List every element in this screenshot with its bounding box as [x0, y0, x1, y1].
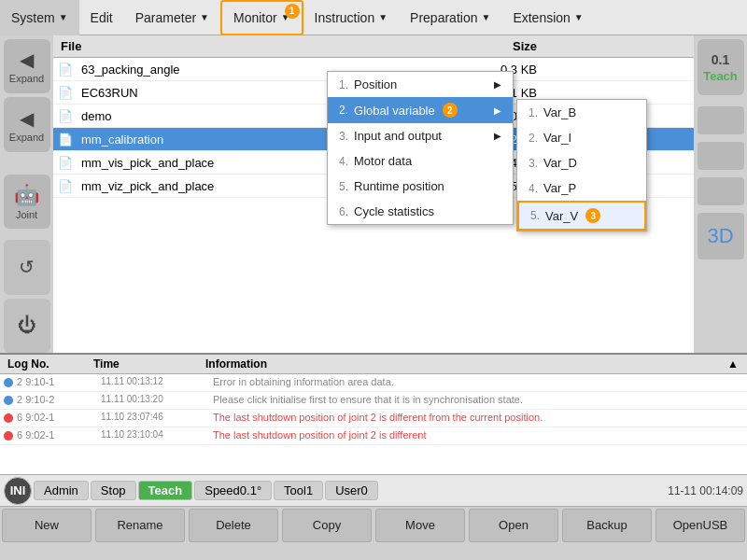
sub-item-4[interactable]: 4. Var_P: [517, 175, 646, 201]
expand-icon-1: ◀: [20, 49, 34, 71]
openusb-btn[interactable]: OpenUSB: [655, 509, 745, 542]
left-sidebar: ◀ Expand ◀ Expand 🤖 Joint ↺ ⏻: [0, 35, 53, 353]
sub-num: 5.: [530, 209, 540, 222]
openusb-label: OpenUSB: [673, 518, 728, 532]
menu-extension-label: Extension: [513, 10, 570, 25]
log-info: The last shutdown position of joint 2 is…: [213, 412, 747, 423]
menu-extension-arrow: ▼: [574, 12, 584, 22]
item-label: Position: [354, 77, 397, 91]
ini-btn[interactable]: INI: [4, 477, 32, 505]
tool-status[interactable]: Tool1: [274, 481, 323, 500]
menu-preparation[interactable]: Preparation ▼: [399, 0, 501, 35]
dropdown-item-6[interactable]: 6. Cycle statistics: [328, 199, 513, 224]
menu-system[interactable]: System ▼: [0, 0, 79, 35]
admin-status[interactable]: Admin: [34, 481, 89, 500]
sub-item-3[interactable]: 3. Var_D: [517, 150, 646, 175]
log-time: 11.10 23:10:04: [101, 429, 213, 440]
log-info: Error in obtaining information area data…: [213, 376, 747, 387]
dropdown-item-4[interactable]: 4. Motor data: [328, 148, 513, 174]
rename-label: Rename: [117, 518, 162, 532]
item-label: Cycle statistics: [354, 204, 434, 218]
item-label: Input and output: [354, 129, 442, 143]
sub-num: 1.: [529, 106, 538, 119]
copy-btn[interactable]: Copy: [282, 509, 372, 542]
rotate-icon: ↺: [19, 256, 35, 278]
monitor-dropdown[interactable]: 1. Position ▶ 2. Global variable 2 ▶ 3. …: [327, 71, 514, 225]
log-no: 6 9:02-1: [17, 412, 101, 423]
global-variable-submenu[interactable]: 1. Var_B 2. Var_I 3. Var_D 4. Var_P 5. V…: [516, 99, 647, 231]
speed-status[interactable]: Speed0.1°: [194, 481, 272, 500]
expand-btn-1[interactable]: ◀ Expand: [4, 39, 50, 93]
menu-preparation-arrow: ▼: [481, 12, 490, 22]
joint-btn[interactable]: 🤖 Joint: [4, 175, 50, 229]
backup-label: Backup: [586, 518, 627, 532]
3d-view-btn[interactable]: 3D: [698, 213, 744, 259]
new-btn[interactable]: New: [2, 509, 92, 542]
copy-label: Copy: [313, 518, 341, 532]
tool-label: Tool1: [284, 483, 313, 497]
rotate-btn[interactable]: ↺: [4, 240, 50, 294]
sub-item-1[interactable]: 1. Var_B: [517, 100, 646, 125]
menu-monitor[interactable]: Monitor ▼ 1: [220, 0, 303, 35]
new-label: New: [35, 518, 59, 532]
sub-num: 3.: [529, 157, 538, 170]
sub-item-2[interactable]: 2. Var_I: [517, 125, 646, 150]
log-no: 2 9:10-1: [17, 376, 101, 387]
log-dot-red: [4, 413, 13, 423]
submenu-arrow: ▶: [494, 105, 501, 116]
log-info: The last shutdown position of joint 2 is…: [213, 429, 747, 441]
log-info: Please click initialise first to ensure …: [213, 394, 747, 405]
sub-item-5[interactable]: 5. Var_V 3: [517, 201, 646, 231]
delete-btn[interactable]: Delete: [189, 509, 278, 542]
submenu-arrow: ▶: [494, 79, 501, 90]
user-status[interactable]: User0: [325, 481, 378, 500]
sub-label: Var_I: [543, 131, 571, 145]
dropdown-item-1[interactable]: 1. Position ▶: [328, 72, 513, 97]
expand-label-1: Expand: [9, 73, 44, 84]
menu-instruction-arrow: ▼: [378, 12, 388, 22]
teach-btn[interactable]: 0.1 Teach: [698, 39, 744, 95]
log-time: 11.11 00:13:20: [101, 394, 213, 404]
menu-extension[interactable]: Extension ▼: [501, 0, 594, 35]
move-btn[interactable]: Move: [375, 509, 465, 542]
file-icon: 📄: [57, 131, 74, 147]
log-no: 6 9:02-1: [17, 429, 101, 441]
stop-status[interactable]: Stop: [91, 481, 136, 500]
submenu-arrow: ▶: [494, 131, 501, 141]
menu-instruction-label: Instruction: [315, 10, 375, 25]
right-btn-4[interactable]: [698, 177, 744, 205]
teach-status[interactable]: Teach: [138, 481, 193, 500]
open-btn[interactable]: Open: [469, 509, 558, 542]
menu-edit[interactable]: Edit: [79, 0, 124, 35]
menu-parameter[interactable]: Parameter ▼: [124, 0, 220, 35]
sub-num: 2.: [529, 132, 538, 145]
log-time: 11.10 23:07:46: [101, 412, 213, 422]
item-badge: 2: [443, 103, 458, 118]
item-label: Motor data: [354, 154, 412, 168]
admin-label: Admin: [44, 483, 78, 497]
menu-system-arrow: ▼: [59, 12, 68, 22]
user-label: User0: [335, 483, 368, 497]
main-area: ◀ Expand ◀ Expand 🤖 Joint ↺ ⏻ File Size …: [0, 35, 747, 353]
rename-btn[interactable]: Rename: [95, 509, 185, 542]
item-num: 6.: [339, 205, 348, 218]
log-no: 2 9:10-2: [17, 394, 101, 405]
backup-btn[interactable]: Backup: [562, 509, 652, 542]
sub-item-badge: 3: [585, 208, 600, 223]
right-sidebar: 0.1 Teach 3D: [694, 35, 747, 353]
dropdown-item-2[interactable]: 2. Global variable 2 ▶: [328, 97, 513, 123]
dropdown-item-3[interactable]: 3. Input and output ▶: [328, 123, 513, 148]
power-btn[interactable]: ⏻: [4, 299, 50, 353]
log-sort-btn[interactable]: ▲: [719, 357, 747, 371]
right-btn-2[interactable]: [698, 106, 744, 134]
move-label: Move: [405, 518, 435, 532]
log-row: 2 9:10-2 11.11 00:13:20 Please click ini…: [0, 392, 747, 410]
bottom-bar: New Rename Delete Copy Move Open Backup …: [0, 506, 747, 543]
dropdown-item-5[interactable]: 5. Runtime position: [328, 174, 513, 199]
menu-instruction[interactable]: Instruction ▼: [303, 0, 400, 35]
teach-value: 0.1: [712, 52, 729, 67]
right-btn-3[interactable]: [698, 142, 744, 170]
expand-btn-2[interactable]: ◀ Expand: [4, 97, 50, 151]
ini-label: INI: [10, 483, 26, 497]
log-dot-blue: [4, 396, 13, 405]
